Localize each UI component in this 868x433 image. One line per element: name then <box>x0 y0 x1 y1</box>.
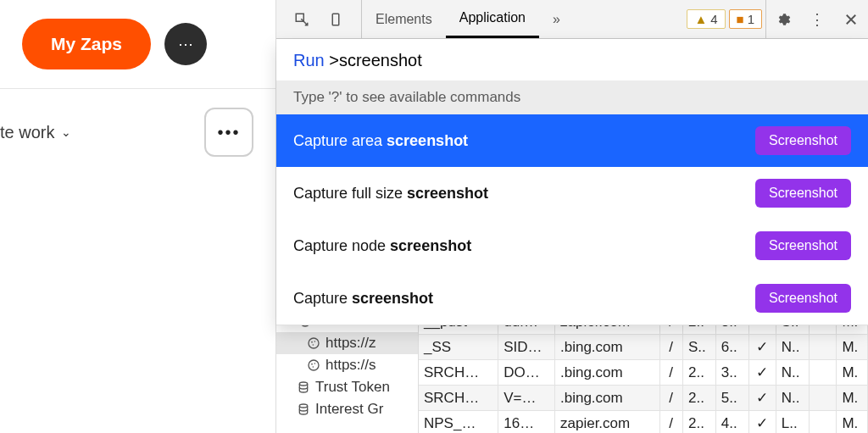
screenshot-badge[interactable]: Screenshot <box>755 284 851 313</box>
cell: .bing.com <box>555 360 660 386</box>
cell: / <box>659 386 682 411</box>
devtools-pane: Elements Application » ▲ 4 ■ 1 ⋮ Run >sc… <box>276 0 868 433</box>
close-icon[interactable] <box>834 0 868 38</box>
cookie-icon <box>307 336 320 350</box>
error-square-icon: ■ <box>737 12 744 26</box>
cell: M. <box>837 335 868 360</box>
devtools-toolbar: Elements Application » ▲ 4 ■ 1 ⋮ <box>276 0 868 39</box>
tree-item[interactable]: https://z <box>276 332 418 354</box>
cell <box>810 360 837 386</box>
cell: 16… <box>498 411 555 434</box>
cell: 3.. <box>715 360 748 386</box>
cell: 2.. <box>682 360 715 386</box>
cell: N.. <box>776 386 810 411</box>
cell: N.. <box>776 360 810 386</box>
command-hint: Type '?' to see available commands <box>276 80 868 114</box>
cell: 4.. <box>715 411 748 434</box>
database-icon <box>297 402 310 416</box>
tree-item[interactable]: Trust Token <box>276 376 418 398</box>
tab-more[interactable]: » <box>539 0 574 38</box>
cell: / <box>659 411 682 434</box>
cell: L.. <box>776 411 810 434</box>
tree-item[interactable]: https://s <box>276 354 418 376</box>
svg-point-10 <box>309 360 319 370</box>
errors-count: 1 <box>748 12 754 26</box>
table-row[interactable]: SRCH…DO….bing.com/2..3..✓N..M. <box>419 360 868 386</box>
cell: N.. <box>776 335 810 360</box>
command-item-text: Capture node screenshot <box>293 237 471 255</box>
svg-point-6 <box>309 338 319 348</box>
cell: zapier.com <box>555 411 660 434</box>
cell: .bing.com <box>555 386 660 411</box>
cell: S.. <box>682 335 715 360</box>
command-item[interactable]: Capture node screenshotScreenshot <box>276 219 868 272</box>
cell: SRCH… <box>419 386 498 411</box>
table-row[interactable]: SRCH…V=….bing.com/2..5..✓N..M. <box>419 386 868 411</box>
screenshot-badge[interactable]: Screenshot <box>755 231 851 260</box>
cookies-grid: __pdstddf…zapier.com/2..3..S..M._SSSID….… <box>419 310 868 433</box>
svg-point-8 <box>314 341 316 342</box>
cell <box>810 386 837 411</box>
warnings-badge[interactable]: ▲ 4 <box>687 9 725 29</box>
command-item-text: Capture full size screenshot <box>293 185 488 203</box>
device-toggle-icon[interactable] <box>319 0 353 38</box>
cell: 6.. <box>715 335 748 360</box>
cell: SRCH… <box>419 360 498 386</box>
screenshot-badge[interactable]: Screenshot <box>755 126 851 155</box>
dark-more-button[interactable]: ⋯ <box>164 23 207 65</box>
inspect-icon[interactable] <box>285 0 319 38</box>
cell: _SS <box>419 335 498 360</box>
cell: M. <box>837 411 868 434</box>
tree-item-label: https://s <box>326 357 376 374</box>
cell: ✓ <box>748 360 776 386</box>
database-icon <box>297 380 310 394</box>
svg-point-13 <box>313 366 314 368</box>
svg-point-7 <box>311 341 313 343</box>
table-row[interactable]: NPS_…16…zapier.com/2..4..✓L..M. <box>419 411 868 434</box>
cell: M. <box>837 386 868 411</box>
tab-application[interactable]: Application <box>446 0 539 38</box>
cell: ✓ <box>748 386 776 411</box>
command-item[interactable]: Capture full size screenshotScreenshot <box>276 167 868 219</box>
command-query: >screenshot <box>329 51 422 69</box>
workspace-dropdown[interactable]: te work ⌄ <box>0 123 71 142</box>
kebab-menu-icon[interactable]: ⋮ <box>800 0 834 38</box>
cell: / <box>659 360 682 386</box>
screenshot-badge[interactable]: Screenshot <box>755 179 851 208</box>
svg-point-15 <box>299 404 307 408</box>
tree-item[interactable]: Interest Gr <box>276 398 418 420</box>
command-item[interactable]: Capture screenshotScreenshot <box>276 272 868 325</box>
svg-point-12 <box>314 363 316 364</box>
cell: V=… <box>498 386 555 411</box>
cell: NPS_… <box>419 411 498 434</box>
left-header: My Zaps ⋯ <box>0 0 275 89</box>
cell: / <box>659 335 682 360</box>
command-item-text: Capture screenshot <box>293 290 433 308</box>
errors-badge[interactable]: ■ 1 <box>729 9 762 29</box>
warning-triangle-icon: ▲ <box>694 12 707 26</box>
command-menu: Run >screenshot Type '?' to see availabl… <box>276 39 868 325</box>
cell: 2.. <box>682 411 715 434</box>
cell: 2.. <box>682 386 715 411</box>
cell: ✓ <box>748 411 776 434</box>
cell: DO… <box>498 360 555 386</box>
command-input-row[interactable]: Run >screenshot <box>276 39 868 80</box>
tab-elements[interactable]: Elements <box>362 0 446 38</box>
command-item[interactable]: Capture area screenshotScreenshot <box>276 114 868 167</box>
chevron-down-icon: ⌄ <box>61 125 71 139</box>
my-zaps-button[interactable]: My Zaps <box>22 19 151 69</box>
cell: M. <box>837 360 868 386</box>
cell <box>810 411 837 434</box>
svg-rect-1 <box>332 14 339 25</box>
cell: SID… <box>498 335 555 360</box>
cookie-icon <box>307 358 320 372</box>
command-item-text: Capture area screenshot <box>293 132 468 150</box>
storage-tree: ▼ Cookies https://zhttps://sTrust TokenI… <box>276 310 419 433</box>
cell: 5.. <box>715 386 748 411</box>
warnings-count: 4 <box>710 12 717 26</box>
tree-item-label: Interest Gr <box>315 401 383 418</box>
settings-icon[interactable] <box>766 0 800 38</box>
more-actions-button[interactable]: ••• <box>204 108 253 157</box>
cell: .bing.com <box>555 335 660 360</box>
table-row[interactable]: _SSSID….bing.com/S..6..✓N..M. <box>419 335 868 360</box>
